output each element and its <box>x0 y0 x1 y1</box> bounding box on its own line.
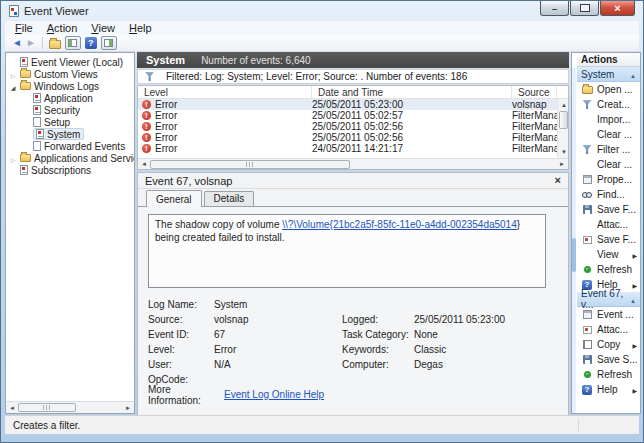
show-action-pane-toggle[interactable] <box>101 36 117 50</box>
action-refresh[interactable]: Refresh <box>577 262 640 277</box>
actions-scrollbar[interactable] <box>572 68 576 413</box>
tree-item-event-viewer-local[interactable]: Event Viewer (Local) <box>6 56 134 68</box>
menu-file[interactable]: File <box>8 22 40 34</box>
volume-link[interactable]: \\?\Volume{21bc2a5f-85fc-11e0-a4dd-00235… <box>282 219 516 230</box>
action-view[interactable]: View <box>577 247 640 262</box>
collapse-icon[interactable] <box>630 69 636 80</box>
tree-horizontal-scrollbar[interactable] <box>6 401 134 413</box>
scroll-left-icon[interactable] <box>138 158 150 170</box>
action-open-saved-log[interactable]: Open ... <box>577 82 640 97</box>
minimize-button[interactable] <box>540 1 569 16</box>
menu-help[interactable]: Help <box>122 22 159 34</box>
actions-group-event[interactable]: Event 67, v... <box>577 292 640 307</box>
actions-group-system[interactable]: System <box>577 67 640 82</box>
action-event-properties[interactable]: Event ... <box>577 307 640 322</box>
event-log-online-help-link[interactable]: Event Log Online Help <box>224 389 324 400</box>
action-create-custom-view[interactable]: Creat... <box>577 97 640 112</box>
action-save-selected-events[interactable]: Save S... <box>577 352 640 367</box>
expand-icon[interactable] <box>9 69 17 80</box>
tree-item-subscriptions[interactable]: Subscriptions <box>6 164 134 176</box>
scrollbar-thumb[interactable] <box>150 160 350 169</box>
action-save-filtered-log[interactable]: Save F... <box>577 202 640 217</box>
help-icon[interactable] <box>85 37 97 49</box>
filter-text: Filtered: Log: System; Level: Error; Sou… <box>166 71 467 82</box>
column-level[interactable]: Level <box>138 86 312 98</box>
event-row[interactable]: Error 25/05/2011 05:02:56 FilterManag <box>138 121 557 132</box>
level-cell: Error <box>155 132 177 143</box>
tab-details[interactable]: Details <box>204 191 255 206</box>
action-attach-task-to-event[interactable]: Attac... <box>577 322 640 337</box>
tree-item-windows-logs[interactable]: Windows Logs <box>6 80 134 92</box>
action-filter-current-log[interactable]: Filter ... <box>577 142 640 157</box>
list-horizontal-scrollbar[interactable] <box>138 158 568 169</box>
tree-label: Subscriptions <box>31 165 91 176</box>
task-icon <box>583 326 592 334</box>
action-copy[interactable]: Copy <box>577 337 640 352</box>
status-bar: Creates a filter. <box>5 415 639 434</box>
tree-label: Event Viewer (Local) <box>31 57 123 68</box>
error-icon <box>142 122 151 131</box>
scroll-left-icon[interactable] <box>6 402 18 414</box>
copy-icon <box>583 340 592 349</box>
event-row[interactable]: Error 25/05/2011 05:02:57 FilterManag <box>138 110 557 121</box>
maximize-button[interactable] <box>570 1 599 16</box>
source-cell: FilterManag <box>512 143 557 154</box>
forward-icon[interactable] <box>26 38 36 48</box>
event-row[interactable]: Error 25/05/2011 05:23:00 volsnap <box>138 99 557 110</box>
column-source[interactable]: Source <box>512 86 557 98</box>
action-properties[interactable]: Prope... <box>577 172 640 187</box>
tree-item-custom-views[interactable]: Custom Views <box>6 68 134 80</box>
expand-icon[interactable] <box>9 153 17 164</box>
scroll-right-icon[interactable] <box>556 158 568 170</box>
action-import-custom-view[interactable]: Impor... <box>577 112 640 127</box>
scroll-right-icon[interactable] <box>122 402 134 414</box>
show-console-tree-toggle[interactable] <box>65 36 81 50</box>
submenu-arrow-icon <box>632 339 640 350</box>
list-vertical-scrollbar[interactable] <box>557 99 568 158</box>
event-list: Level Date and Time Source Error 25/05/2… <box>137 85 569 170</box>
log-icon <box>33 105 41 115</box>
tree-item-security[interactable]: Security <box>6 104 134 116</box>
level-cell: Error <box>155 143 177 154</box>
column-date-time[interactable]: Date and Time <box>312 86 512 98</box>
event-row[interactable]: Error 24/05/2011 14:21:17 FilterManag <box>138 143 557 154</box>
action-label: Find... <box>597 189 625 200</box>
action-save-filter-to-custom-view[interactable]: Save F... <box>577 232 640 247</box>
more-info-label: More Information: <box>148 384 224 406</box>
collapse-icon[interactable] <box>630 294 636 305</box>
action-label: Open ... <box>597 84 633 95</box>
tree-item-application[interactable]: Application <box>6 92 134 104</box>
properties-icon <box>583 175 592 184</box>
field-value: volsnap <box>214 314 342 325</box>
tree-item-system[interactable]: System <box>6 128 134 140</box>
tree-item-forwarded-events[interactable]: Forwarded Events <box>6 140 134 152</box>
action-clear-filter[interactable]: Clear ... <box>577 157 640 172</box>
close-button[interactable] <box>600 1 635 16</box>
action-help-event[interactable]: Help <box>577 382 640 397</box>
folder-icon <box>20 82 31 90</box>
action-refresh-event[interactable]: Refresh <box>577 367 640 382</box>
scroll-down-icon[interactable] <box>558 146 569 158</box>
close-preview-icon[interactable] <box>555 175 561 186</box>
tree-item-applications-services[interactable]: Applications and Services Lo <box>6 152 134 164</box>
scrollbar-thumb[interactable] <box>572 238 576 272</box>
action-label: Save S... <box>597 354 638 365</box>
preview-title: Event 67, volsnap <box>145 175 232 187</box>
tree-label: Windows Logs <box>34 81 99 92</box>
menu-action[interactable]: Action <box>40 22 85 34</box>
menu-view[interactable]: View <box>84 22 122 34</box>
scrollbar-thumb[interactable] <box>559 111 568 129</box>
console-tree-pane: Event Viewer (Local) Custom Views Window… <box>5 52 135 414</box>
event-description: The shadow copy of volume \\?\Volume{21b… <box>148 214 546 288</box>
event-row[interactable]: Error 25/05/2011 05:02:56 FilterManag <box>138 132 557 143</box>
collapse-icon[interactable] <box>9 81 17 92</box>
scrollbar-thumb[interactable] <box>18 403 76 412</box>
scroll-up-icon[interactable] <box>558 99 569 111</box>
action-attach-task-to-log[interactable]: Attac... <box>577 217 640 232</box>
tree-item-setup[interactable]: Setup <box>6 116 134 128</box>
export-list-icon[interactable] <box>49 40 61 49</box>
tab-general[interactable]: General <box>146 190 202 207</box>
action-clear-log[interactable]: Clear ... <box>577 127 640 142</box>
action-find[interactable]: Find... <box>577 187 640 202</box>
back-icon[interactable] <box>12 38 22 48</box>
